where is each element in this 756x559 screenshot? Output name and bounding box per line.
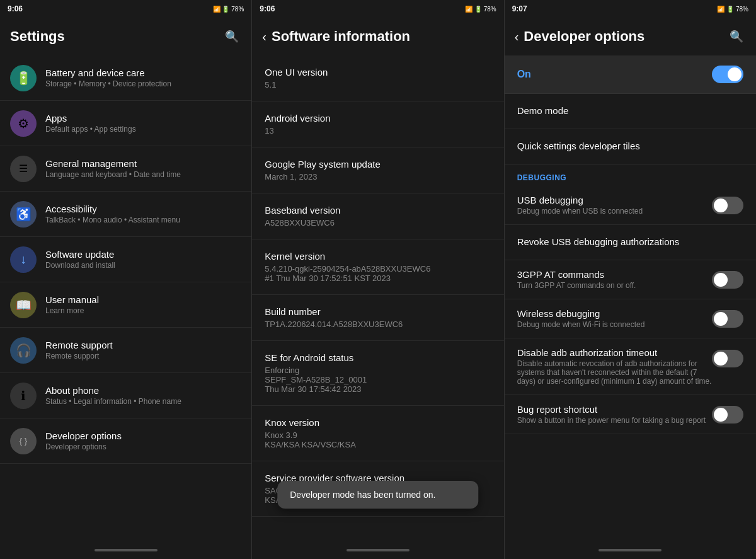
developer-options-header: ‹ Developer options 🔍 [505,18,756,55]
dev-option-3gpp[interactable]: 3GPP AT commands Turn 3GPP AT commands o… [505,260,756,299]
status-bar-1: 9:06 📶 🔋 78% [0,0,251,18]
time-1: 9:06 [8,4,23,13]
software-info-scroll[interactable]: One UI version 5.1 Android version 13 Go… [252,55,503,541]
general-subtitle: Language and keyboard • Date and time [45,170,241,179]
dev-option-revoke-usb[interactable]: Revoke USB debugging authorizations [505,225,756,260]
dev-option-adb-timeout[interactable]: Disable adb authorization timeout Disabl… [505,338,756,395]
nav-bar-2 [252,541,503,559]
dev-option-quick-settings[interactable]: Quick settings developer tiles [505,129,756,164]
nav-indicator-1 [94,549,158,551]
info-build: Build number TP1A.220624.014.A528BXXU3EW… [252,295,503,341]
info-one-ui: One UI version 5.1 [252,55,503,101]
settings-item-remote-support[interactable]: 🎧 Remote support Remote support [0,328,251,373]
back-button-3[interactable]: ‹ [515,30,519,44]
settings-item-developer-options[interactable]: { } Developer options Developer options [0,418,251,464]
battery-title: Battery and device care [45,67,241,78]
search-icon-3[interactable]: 🔍 [727,27,746,46]
master-toggle-label: On [517,69,712,80]
info-baseband: Baseband version A528BXXU3EWC6 [252,193,503,239]
dev-option-wireless-debugging[interactable]: Wireless debugging Debug mode when Wi-Fi… [505,299,756,338]
remote-support-subtitle: Remote support [45,352,241,360]
info-knox: Knox version Knox 3.9 KSA/KSA KSA/VSC/KS… [252,406,503,461]
settings-item-apps[interactable]: ⚙ Apps Default apps • App settings [0,101,251,146]
info-android: Android version 13 [252,101,503,147]
developer-mode-toast: Developer mode has been turned on. [277,481,478,509]
settings-panel: 9:06 📶 🔋 78% Settings 🔍 🔋 Battery and de… [0,0,251,559]
master-toggle[interactable] [712,66,743,83]
about-phone-title: About phone [45,385,241,396]
settings-item-accessibility[interactable]: ♿ Accessibility TalkBack • Mono audio • … [0,192,251,237]
settings-item-user-manual[interactable]: 📖 User manual Learn more [0,282,251,328]
time-3: 9:07 [512,4,527,13]
settings-header: Settings 🔍 [0,18,251,55]
status-icons-2: 📶 🔋 78% [465,6,496,13]
accessibility-icon: ♿ [10,201,37,228]
accessibility-title: Accessibility [45,204,241,214]
apps-title: Apps [45,113,241,124]
software-update-icon: ↓ [10,246,37,273]
user-manual-subtitle: Learn more [45,306,241,315]
3gpp-toggle[interactable] [712,271,743,289]
software-info-title: Software information [272,28,494,45]
info-kernel: Kernel version 5.4.210-qgki-25904254-abA… [252,239,503,295]
nav-indicator-2 [346,549,410,551]
general-title: General management [45,158,241,169]
nav-bar-3 [505,541,756,559]
apps-icon: ⚙ [10,110,37,137]
nav-bar-1 [0,541,251,559]
settings-item-battery[interactable]: 🔋 Battery and device care Storage • Memo… [0,55,251,101]
software-update-subtitle: Download and install [45,261,241,270]
settings-title: Settings [10,28,222,45]
software-update-title: Software update [45,249,241,260]
info-se-android: SE for Android status Enforcing SEPF_SM-… [252,341,503,406]
user-manual-title: User manual [45,294,241,305]
settings-scroll[interactable]: 🔋 Battery and device care Storage • Memo… [0,55,251,541]
remote-support-title: Remote support [45,340,241,350]
status-bar-2: 9:06 📶 🔋 78% [252,0,503,18]
developer-options-scroll[interactable]: On Demo mode Quick settings developer ti… [505,55,756,541]
software-info-panel: 9:06 📶 🔋 78% ‹ Software information One … [251,0,503,559]
battery-icon: 🔋 [10,65,37,91]
search-icon[interactable]: 🔍 [222,27,241,46]
nav-indicator-3 [598,549,662,551]
general-icon: ☰ [10,156,37,182]
developer-options-title: Developer options [45,430,241,441]
usb-debugging-toggle[interactable] [712,197,743,214]
user-manual-icon: 📖 [10,292,37,318]
dev-option-bug-report[interactable]: Bug report shortcut Show a button in the… [505,395,756,434]
bug-report-toggle[interactable] [712,406,743,424]
status-icons-3: 📶 🔋 78% [717,6,748,13]
about-phone-subtitle: Status • Legal information • Phone name [45,397,241,406]
dev-option-demo-mode[interactable]: Demo mode [505,94,756,129]
time-2: 9:06 [260,4,275,13]
status-bar-3: 9:07 📶 🔋 78% [505,0,756,18]
wireless-debugging-toggle[interactable] [712,310,743,328]
adb-timeout-toggle[interactable] [712,350,743,367]
battery-subtitle: Storage • Memory • Device protection [45,79,241,88]
dev-option-usb-debugging[interactable]: USB debugging Debug mode when USB is con… [505,186,756,225]
about-phone-icon: ℹ [10,383,37,409]
settings-item-general[interactable]: ☰ General management Language and keyboa… [0,146,251,192]
status-icons-1: 📶 🔋 78% [213,6,244,13]
back-button-2[interactable]: ‹ [262,30,266,44]
info-google-play: Google Play system update March 1, 2023 [252,147,503,193]
accessibility-subtitle: TalkBack • Mono audio • Assistant menu [45,216,241,224]
settings-item-about-phone[interactable]: ℹ About phone Status • Legal information… [0,373,251,418]
developer-options-subtitle: Developer options [45,442,241,451]
apps-subtitle: Default apps • App settings [45,125,241,134]
developer-options-icon: { } [10,428,37,454]
settings-item-software-update[interactable]: ↓ Software update Download and install [0,237,251,282]
debugging-section-header: Debugging [505,164,756,186]
software-info-header: ‹ Software information [252,18,503,55]
developer-options-panel: 9:07 📶 🔋 78% ‹ Developer options 🔍 On De… [504,0,756,559]
developer-master-toggle-row[interactable]: On [505,55,756,94]
developer-options-header-title: Developer options [524,28,727,45]
remote-support-icon: 🎧 [10,337,37,364]
